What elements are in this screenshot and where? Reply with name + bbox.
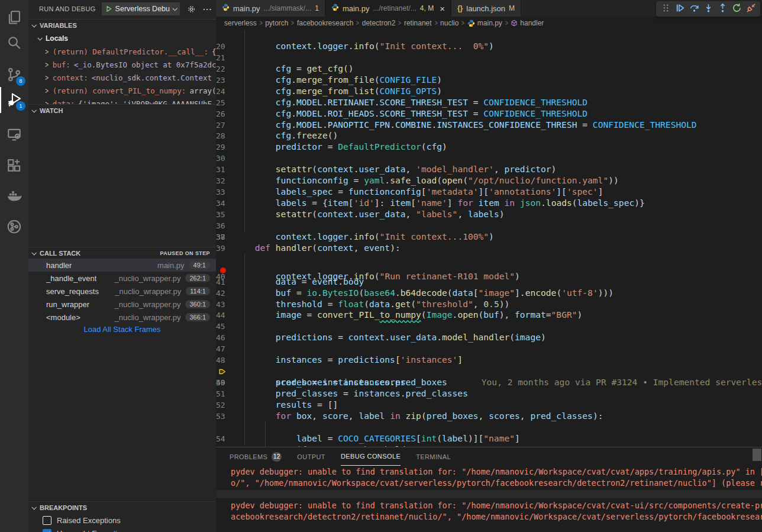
code-line-32[interactable]: 32 functionconfig = yaml.safe_load(open(… <box>216 164 762 175</box>
code-line-22[interactable]: 22 cfg = get_cfg() <box>216 52 762 63</box>
variable-row[interactable]: >(return) convert_PIL_to_numpy:array([[[… <box>28 84 216 97</box>
variable-row[interactable]: >context:<nuclio_sdk.context.Context obj… <box>28 71 216 84</box>
code-line-37[interactable]: 37 context.logger.info("Init context...1… <box>216 220 762 231</box>
stack-frame-row[interactable]: <module>_nuclio_wrapper.py366:1 <box>28 311 216 324</box>
code-line-29[interactable]: 29 predictor = DefaultPredictor(cfg) <box>216 130 762 141</box>
code-line-55[interactable]: 55 if score >= threshold: <box>216 422 762 433</box>
activity-bar-item-docker[interactable] <box>0 183 28 209</box>
breakpoint-row[interactable]: Uncaught Exceptions <box>28 527 216 532</box>
code-line-33[interactable]: 33 labels_spec = functionconfig['metadat… <box>216 175 762 186</box>
stack-frame-row[interactable]: run_wrapper_nuclio_wrapper.py360:1 <box>28 298 216 311</box>
breadcrumb-item-retinanet[interactable]: retinanet <box>404 19 432 27</box>
locals-scope[interactable]: Locals <box>28 33 216 44</box>
code-line-42[interactable]: 42 buf = io.BytesIO(base64.b64decode(dat… <box>216 276 762 288</box>
load-all-stack-frames-link[interactable]: Load All Stack Frames <box>28 325 216 334</box>
code-line-44[interactable]: 44 image = convert_PIL_to_numpy(Image.op… <box>216 299 762 310</box>
watch-section-header[interactable]: WATCH <box>28 104 216 116</box>
tab-main-py-0[interactable]: main.py.../siammask/...1 <box>216 0 325 17</box>
more-actions-icon[interactable]: ··· <box>203 5 212 14</box>
variable-row[interactable]: >buf:<_io.BytesIO object at 0x7f5a2dc1ec… <box>28 58 216 71</box>
console-selected-row[interactable] <box>216 490 762 498</box>
panel-tab-output[interactable]: OUTPUT <box>297 447 325 466</box>
variables-section-header[interactable]: VARIABLES <box>28 19 216 31</box>
code-line-46[interactable]: 46 predictions = context.user_data.model… <box>216 321 762 332</box>
code-line-51[interactable]: 51 pred_classes = instances.pred_classes <box>216 377 762 388</box>
breadcrumb-item-handler[interactable]: handler <box>511 19 544 27</box>
panel-tab-terminal[interactable]: TERMINAL <box>416 447 451 466</box>
disconnect-button[interactable] <box>745 3 757 15</box>
tab-launch-json-2[interactable]: {}launch.jsonM <box>451 0 521 17</box>
activity-bar-item-remote-explorer[interactable] <box>0 122 28 148</box>
debug-settings-gear-icon[interactable] <box>187 5 196 14</box>
activity-bar-item-source-control[interactable]: 8 <box>0 62 28 88</box>
code-line-20[interactable]: 20 context.logger.info("Init context... … <box>216 30 762 41</box>
stack-frame-row[interactable]: serve_requests_nuclio_wrapper.py114:1 <box>28 285 216 298</box>
line-number[interactable]: 38 <box>216 233 225 241</box>
code-line-43[interactable]: 43 threshold = float(data.get("threshold… <box>216 288 762 299</box>
grip-button[interactable] <box>660 3 671 15</box>
code-line-52[interactable]: 52 results = [] <box>216 388 762 399</box>
code-line-54[interactable]: 54 label = COCO_CATEGORIES[int(label)]["… <box>216 411 762 422</box>
code-line-39[interactable]: 39def handler(context, event): <box>216 243 762 254</box>
call-stack-section-header[interactable]: CALL STACK PAUSED ON STEP <box>28 247 216 259</box>
code-line-36[interactable]: 36 <box>216 209 762 220</box>
breadcrumb-item-main.py[interactable]: main.py <box>467 19 502 27</box>
step-over-button[interactable] <box>688 3 700 15</box>
step-out-button[interactable] <box>716 3 728 15</box>
breadcrumb-item-pytorch[interactable]: pytorch <box>265 19 288 27</box>
activity-bar-item-explorer[interactable] <box>0 5 28 31</box>
code-line-53[interactable]: 53 for box, score, label in zip(pred_box… <box>216 399 762 411</box>
line-number[interactable]: 39 <box>216 244 225 253</box>
code-line-50[interactable]: 50 scores = instances.scores <box>216 366 762 377</box>
code-editor[interactable]: 20 context.logger.info("Init context... … <box>216 30 762 447</box>
close-icon[interactable]: × <box>440 4 445 14</box>
code-line-21[interactable]: 21 <box>216 41 762 52</box>
panel-scrollbar-thumb[interactable] <box>753 449 761 461</box>
code-line-25[interactable]: 25 cfg.MODEL.RETINANET.SCORE_THRESH_TEST… <box>216 86 762 97</box>
launch-config-select[interactable]: Serverless Debu <box>102 2 180 15</box>
code-line-56[interactable]: 56 results.append({ <box>216 433 762 444</box>
activity-bar-item-run-debug[interactable]: 1 <box>0 87 28 113</box>
checkbox[interactable] <box>43 529 51 532</box>
console-line[interactable]: pydev debugger: unable to find translati… <box>231 501 762 510</box>
stack-frame-row[interactable]: _handle_event_nuclio_wrapper.py262:1 <box>28 272 216 285</box>
breadcrumb-item-detectron2[interactable]: detectron2 <box>362 19 396 27</box>
code-line-45[interactable]: 45 <box>216 309 762 321</box>
stack-frame-row[interactable]: handlermain.py49:1 <box>28 259 216 272</box>
code-line-30[interactable]: 30 <box>216 141 762 153</box>
tab-main-py-1[interactable]: main.py.../retinanet/...4, M× <box>325 0 451 17</box>
code-line-26[interactable]: 26 cfg.MODEL.ROI_HEADS.SCORE_THRESH_TEST… <box>216 97 762 108</box>
code-line-40[interactable]: 40 context.logger.info("Run retinanet-R1… <box>216 254 762 265</box>
code-line-24[interactable]: 24 cfg.merge_from_list(CONFIG_OPTS) <box>216 75 762 86</box>
code-line-35[interactable]: 35 setattr(context.user_data, "labels", … <box>216 198 762 209</box>
code-line-34[interactable]: 34 labels = {item['id']: item['name'] fo… <box>216 186 762 198</box>
continue-button[interactable] <box>674 3 686 15</box>
code-line-49[interactable]: 49 pred_boxes = instances.pred_boxesYou,… <box>216 354 762 366</box>
code-line-23[interactable]: 23 cfg.merge_from_file(CONFIG_FILE) <box>216 63 762 75</box>
code-line-31[interactable]: 31 setattr(context.user_data, 'model_han… <box>216 153 762 164</box>
variable-row[interactable]: >data:{'image': 'iVBORw0KG…AAAANSUhE… <box>28 97 216 104</box>
code-line-41[interactable]: 41 data = event.body <box>216 265 762 276</box>
breadcrumb-item-facebookresearch[interactable]: facebookresearch <box>297 19 353 27</box>
checkbox[interactable] <box>43 516 51 525</box>
code-line-47[interactable]: 47 <box>216 332 762 343</box>
restart-button[interactable] <box>731 3 742 15</box>
panel-tab-debug-console[interactable]: DEBUG CONSOLE <box>341 447 401 466</box>
console-line[interactable]: o/", "/home/nmanovic/Workspace/cvat/serv… <box>231 478 762 488</box>
activity-bar-item-git-graph[interactable] <box>0 214 28 240</box>
variable-row[interactable]: >(return) DefaultPredictor.__call__:{'in… <box>28 45 216 58</box>
activity-bar-item-extensions[interactable] <box>0 153 28 179</box>
panel-tab-problems[interactable]: PROBLEMS12 <box>230 447 282 466</box>
console-line[interactable]: pydev debugger: unable to find translati… <box>231 467 762 476</box>
breakpoints-section-header[interactable]: BREAKPOINTS <box>28 501 216 513</box>
console-line[interactable]: acebookresearch/detectron2/retinanet/nuc… <box>231 512 762 521</box>
breadcrumb-item-nuclio[interactable]: nuclio <box>440 19 459 27</box>
breadcrumb-item-serverless[interactable]: serverless <box>224 19 257 27</box>
step-into-button[interactable] <box>702 3 714 15</box>
code-line-28[interactable]: 28 cfg.freeze() <box>216 120 762 131</box>
code-line-27[interactable]: 27 cfg.MODEL.PANOPTIC_FPN.COMBINE.INSTAN… <box>216 108 762 120</box>
code-line-38[interactable]: 38 <box>216 231 762 243</box>
activity-bar-item-search[interactable] <box>0 31 28 57</box>
breakpoint-row[interactable]: Raised Exceptions <box>28 514 216 527</box>
code-line-48[interactable]: 48 instances = predictions['instances'] <box>216 343 762 354</box>
